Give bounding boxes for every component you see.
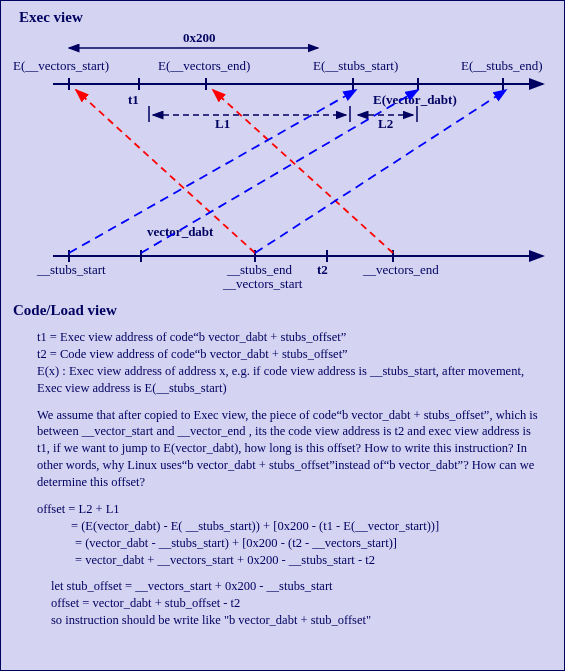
lbl-e-vector-dabt: E(vector_dabt) xyxy=(373,92,457,107)
lbl-vector-dabt: vector_dabt xyxy=(147,224,214,239)
lbl-e-stubs-end: E(__stubs_end) xyxy=(461,58,543,73)
lbl-l1: L1 xyxy=(215,116,230,131)
diagram-svg: 0x200 E(__vectors_start) E(__vectors_end… xyxy=(13,28,553,298)
p1-b: t2 = Code view address of code“b vector_… xyxy=(37,347,348,361)
lbl-e-vectors-end: E(__vectors_end) xyxy=(158,58,250,73)
page: Exec view 0x200 E(__vector xyxy=(0,0,565,671)
eq-block: offset = L2 + L1 = (E(vector_dabt) - E( … xyxy=(37,501,544,569)
lbl-e-vectors-start: E(__vectors_start) xyxy=(13,58,109,73)
lbl-l2: L2 xyxy=(378,116,393,131)
eq4: = vector_dabt + __vectors_start + 0x200 … xyxy=(75,553,375,567)
section-title-code: Code/Load view xyxy=(13,302,552,319)
p2: We assume that after copied to Exec view… xyxy=(37,407,544,491)
eq3: = (vector_dabt - __stubs_start) + [0x200… xyxy=(75,536,397,550)
p4-c: so instruction should be write like "b v… xyxy=(51,613,371,627)
eq1: offset = L2 + L1 xyxy=(37,502,120,516)
diagram: 0x200 E(__vectors_start) E(__vectors_end… xyxy=(13,28,552,298)
p1-c: E(x) : Exec view address of address x, e… xyxy=(37,364,524,395)
lbl-stubs-start: __stubs_start xyxy=(36,262,106,277)
lbl-vectors-start: __vectors_start xyxy=(222,276,303,291)
lbl-e-stubs-start: E(__stubs_start) xyxy=(313,58,398,73)
p1: t1 = Exec view address of code“b vector_… xyxy=(37,329,544,397)
section-title-exec: Exec view xyxy=(19,9,552,26)
p4: let stub_offset = __vectors_start + 0x20… xyxy=(51,578,544,629)
lbl-vectors-end: __vectors_end xyxy=(362,262,439,277)
blue-arrow-vd xyxy=(141,90,418,253)
p4-b: offset = vector_dabt + stub_offset - t2 xyxy=(51,596,240,610)
range-label: 0x200 xyxy=(183,30,216,45)
lbl-stubs-end: __stubs_end xyxy=(226,262,293,277)
text-body: t1 = Exec view address of code“b vector_… xyxy=(37,329,544,629)
eq2: = (E(vector_dabt) - E( __stubs_start)) +… xyxy=(71,519,439,533)
p4-a: let stub_offset = __vectors_start + 0x20… xyxy=(51,579,333,593)
lbl-t1: t1 xyxy=(128,92,139,107)
lbl-t2: t2 xyxy=(317,262,328,277)
p1-a: t1 = Exec view address of code“b vector_… xyxy=(37,330,346,344)
